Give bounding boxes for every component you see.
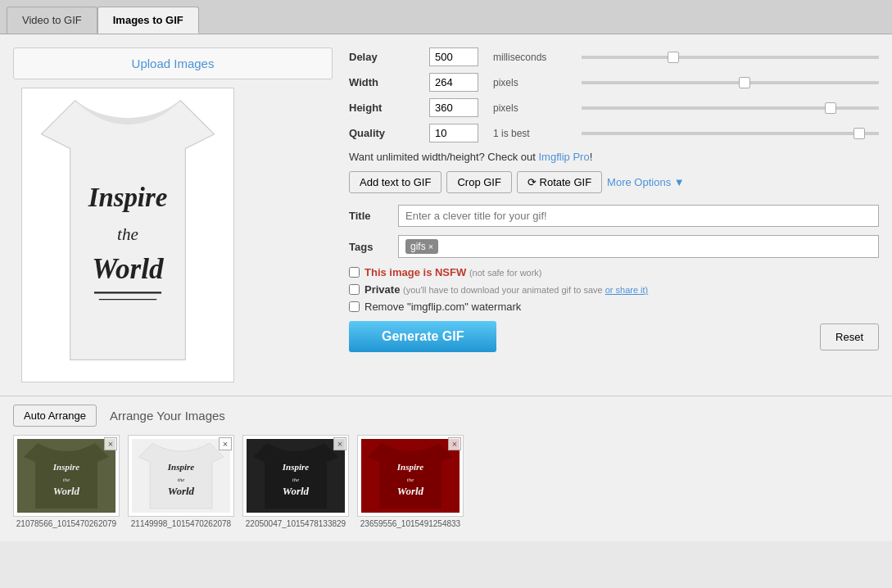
svg-text:Inspire: Inspire	[396, 462, 424, 472]
delay-label: Delay	[349, 51, 423, 63]
quality-row: Quality 1 is best	[349, 124, 879, 142]
thumb-label-2: 21149998_1015470262078	[128, 519, 234, 528]
width-row: Width pixels	[349, 73, 879, 92]
tab-bar: Video to GIF Images to GIF	[0, 0, 892, 34]
thumb-label-1: 21078566_1015470262079	[13, 519, 120, 528]
reset-button[interactable]: Reset	[820, 323, 879, 351]
left-panel: Upload Images Inspire the	[13, 47, 333, 382]
delay-row: Delay milliseconds	[349, 47, 879, 66]
thumb-image-4: Inspire the World	[361, 439, 460, 513]
tab-images-to-gif[interactable]: Images to GIF	[97, 7, 199, 34]
title-input[interactable]	[398, 205, 879, 227]
tab-video-to-gif[interactable]: Video to GIF	[7, 7, 97, 34]
tags-row: Tags gifs ×	[349, 235, 879, 258]
svg-text:the: the	[407, 477, 414, 483]
width-label: Width	[349, 76, 423, 88]
thumb-wrapper-2: Inspire the World ×	[128, 435, 234, 517]
generate-gif-button[interactable]: Generate GIF	[349, 321, 496, 352]
arrange-title: Arrange Your Images	[110, 409, 225, 423]
svg-text:the: the	[63, 477, 70, 483]
arrange-header: Auto Arrange Arrange Your Images	[13, 405, 879, 427]
height-label: Height	[349, 102, 423, 114]
rotate-gif-button[interactable]: ⟳ Rotate GIF	[517, 171, 602, 193]
thumb-remove-2[interactable]: ×	[219, 437, 232, 450]
right-panel: Delay milliseconds Width pixels Height p…	[349, 47, 879, 382]
bottom-buttons: Generate GIF Reset	[349, 321, 879, 352]
delay-input[interactable]	[429, 47, 478, 66]
nsfw-label: This image is NSFW (not safe for work)	[364, 266, 542, 278]
svg-text:Inspire: Inspire	[282, 462, 310, 472]
height-slider[interactable]	[582, 106, 879, 110]
quality-unit: 1 is best	[493, 128, 575, 139]
preview-image: Inspire the World	[22, 88, 233, 382]
quality-slider[interactable]	[582, 132, 879, 135]
thumb-remove-1[interactable]: ×	[104, 437, 117, 450]
thumb-wrapper-1: Inspire the World ×	[13, 435, 120, 517]
width-slider[interactable]	[582, 81, 879, 84]
height-unit: pixels	[493, 102, 575, 114]
imgflip-pro-link[interactable]: Imgflip Pro	[538, 151, 589, 163]
promo-text: Want unlimited width/height? Check out I…	[349, 151, 879, 163]
svg-text:World: World	[397, 485, 424, 497]
svg-text:World: World	[168, 485, 195, 497]
share-link[interactable]: or share it)	[605, 285, 649, 295]
quality-label: Quality	[349, 127, 423, 139]
width-input[interactable]	[429, 73, 478, 92]
thumb-label-3: 22050047_1015478133829	[242, 519, 349, 528]
list-item: Inspire the World × 21149998_10154702620…	[128, 435, 234, 528]
private-label: Private (you'll have to download your an…	[364, 283, 648, 296]
tag-badge: gifs ×	[405, 239, 438, 254]
tags-input[interactable]: gifs ×	[398, 235, 879, 258]
tag-remove-icon[interactable]: ×	[428, 242, 433, 251]
list-item: Inspire the World × 21078566_10154702620…	[13, 435, 120, 528]
svg-text:Inspire: Inspire	[88, 183, 168, 212]
delay-unit: milliseconds	[493, 52, 575, 63]
list-item: Inspire the World × 22050047_10154781338…	[242, 435, 349, 528]
main-content: Upload Images Inspire the	[0, 34, 892, 396]
svg-text:World: World	[53, 485, 80, 497]
watermark-row: Remove "imgflip.com" watermark	[349, 301, 879, 313]
height-row: Height pixels	[349, 98, 879, 117]
thumb-image-2: Inspire the World	[132, 439, 230, 513]
auto-arrange-button[interactable]: Auto Arrange	[13, 405, 97, 427]
thumb-remove-3[interactable]: ×	[333, 437, 346, 450]
svg-text:the: the	[292, 477, 300, 483]
tags-label: Tags	[349, 241, 390, 253]
thumb-wrapper-3: Inspire the World ×	[242, 435, 349, 517]
nsfw-checkbox[interactable]	[349, 267, 360, 278]
crop-gif-button[interactable]: Crop GIF	[446, 171, 511, 193]
thumb-remove-4[interactable]: ×	[448, 437, 461, 450]
title-label: Title	[349, 210, 390, 222]
add-text-button[interactable]: Add text to GIF	[349, 171, 441, 193]
svg-text:the: the	[117, 224, 138, 244]
nsfw-row: This image is NSFW (not safe for work)	[349, 266, 879, 278]
list-item: Inspire the World × 23659556_10154912548…	[357, 435, 464, 528]
svg-text:Inspire: Inspire	[167, 462, 195, 472]
thumb-image-1: Inspire the World	[17, 439, 115, 513]
app-wrapper: Video to GIF Images to GIF Upload Images	[0, 0, 892, 588]
watermark-label: Remove "imgflip.com" watermark	[364, 301, 521, 313]
upload-images-button[interactable]: Upload Images	[13, 47, 333, 79]
more-options-button[interactable]: More Options ▼	[607, 176, 685, 188]
thumb-image-3: Inspire the World	[247, 439, 345, 513]
delay-slider[interactable]	[582, 56, 879, 59]
title-row: Title	[349, 205, 879, 227]
svg-text:World: World	[92, 253, 165, 285]
watermark-checkbox[interactable]	[349, 301, 360, 312]
svg-text:World: World	[283, 485, 310, 497]
image-preview: Inspire the World	[21, 88, 234, 382]
height-input[interactable]	[429, 98, 478, 117]
quality-input[interactable]	[429, 124, 478, 142]
private-row: Private (you'll have to download your an…	[349, 283, 879, 296]
private-checkbox[interactable]	[349, 284, 360, 295]
thumb-wrapper-4: Inspire the World ×	[357, 435, 464, 517]
arrange-section: Auto Arrange Arrange Your Images Inspire…	[0, 396, 892, 541]
action-buttons: Add text to GIF Crop GIF ⟳ Rotate GIF Mo…	[349, 171, 879, 193]
svg-text:the: the	[178, 477, 185, 483]
svg-text:Inspire: Inspire	[52, 462, 80, 472]
width-unit: pixels	[493, 77, 575, 88]
thumb-label-4: 23659556_1015491254833	[357, 519, 464, 528]
image-thumbs: Inspire the World × 21078566_10154702620…	[13, 435, 879, 528]
